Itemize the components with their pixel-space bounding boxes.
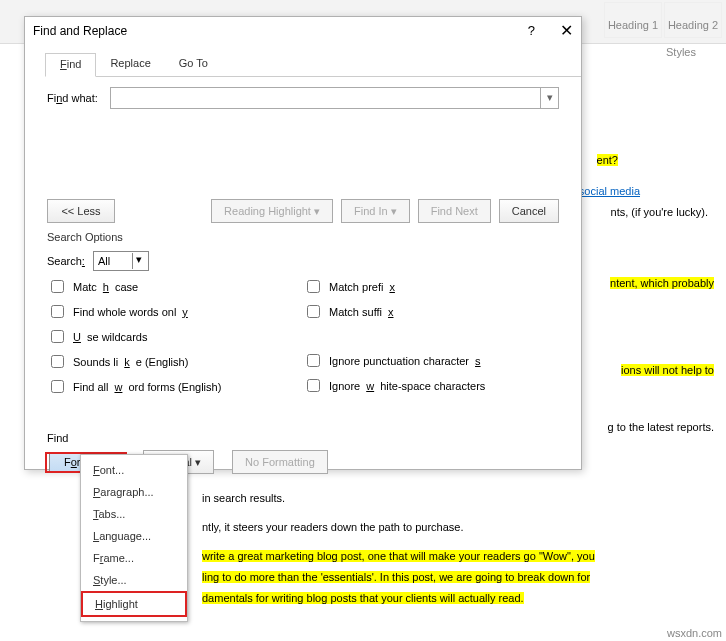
match-case-checkbox[interactable]: Match case: [47, 277, 303, 296]
search-direction-label: Search:: [47, 255, 85, 267]
style-heading1[interactable]: Heading 1: [604, 2, 662, 38]
source-watermark: wsxdn.com: [667, 627, 722, 639]
ignore-punct-checkbox[interactable]: Ignore punctuation characters: [303, 351, 559, 370]
find-what-dropdown[interactable]: ▾: [540, 88, 558, 108]
format-dropdown-menu: Font... Paragraph... Tabs... Language...…: [80, 454, 188, 622]
no-formatting-button[interactable]: No Formatting: [232, 450, 328, 474]
find-what-input[interactable]: ▾: [110, 87, 559, 109]
menu-highlight[interactable]: Highlight: [83, 593, 185, 615]
dialog-title: Find and Replace: [33, 24, 127, 38]
match-prefix-checkbox[interactable]: Match prefix: [303, 277, 559, 296]
tab-replace[interactable]: Replace: [96, 53, 164, 76]
menu-tabs[interactable]: Tabs...: [81, 503, 187, 525]
reading-highlight-button[interactable]: Reading Highlight ▾: [211, 199, 333, 223]
search-direction-dropdown[interactable]: All▾: [93, 251, 149, 271]
menu-frame[interactable]: Frame...: [81, 547, 187, 569]
search-options-label: Search Options: [47, 231, 559, 243]
find-section-label: Find: [47, 432, 559, 444]
menu-language[interactable]: Language...: [81, 525, 187, 547]
ignore-whitespace-checkbox[interactable]: Ignore white-space characters: [303, 376, 559, 395]
chevron-down-icon: ▾: [132, 253, 146, 269]
cancel-button[interactable]: Cancel: [499, 199, 559, 223]
find-replace-dialog: Find and Replace ? ✕ Find Replace Go To …: [24, 16, 582, 470]
find-what-label: Find what:: [47, 92, 98, 104]
styles-group-label: Styles: [666, 46, 696, 58]
close-button[interactable]: ✕: [560, 21, 573, 40]
find-in-button[interactable]: Find In ▾: [341, 199, 410, 223]
titlebar: Find and Replace ? ✕: [25, 17, 581, 45]
find-next-button[interactable]: Find Next: [418, 199, 491, 223]
sounds-like-checkbox[interactable]: Sounds like (English): [47, 352, 303, 371]
tab-strip: Find Replace Go To: [45, 45, 581, 77]
tab-find[interactable]: Find: [45, 53, 96, 77]
match-suffix-checkbox[interactable]: Match suffix: [303, 302, 559, 321]
help-button[interactable]: ?: [528, 23, 535, 38]
tab-goto[interactable]: Go To: [165, 53, 222, 76]
wildcards-checkbox[interactable]: Use wildcards: [47, 327, 303, 346]
whole-words-checkbox[interactable]: Find whole words only: [47, 302, 303, 321]
menu-font[interactable]: Font...: [81, 459, 187, 481]
menu-paragraph[interactable]: Paragraph...: [81, 481, 187, 503]
all-word-forms-checkbox[interactable]: Find all word forms (English): [47, 377, 303, 396]
less-button[interactable]: << Less: [47, 199, 115, 223]
menu-style[interactable]: Style...: [81, 569, 187, 591]
style-heading2[interactable]: Heading 2: [664, 2, 722, 38]
